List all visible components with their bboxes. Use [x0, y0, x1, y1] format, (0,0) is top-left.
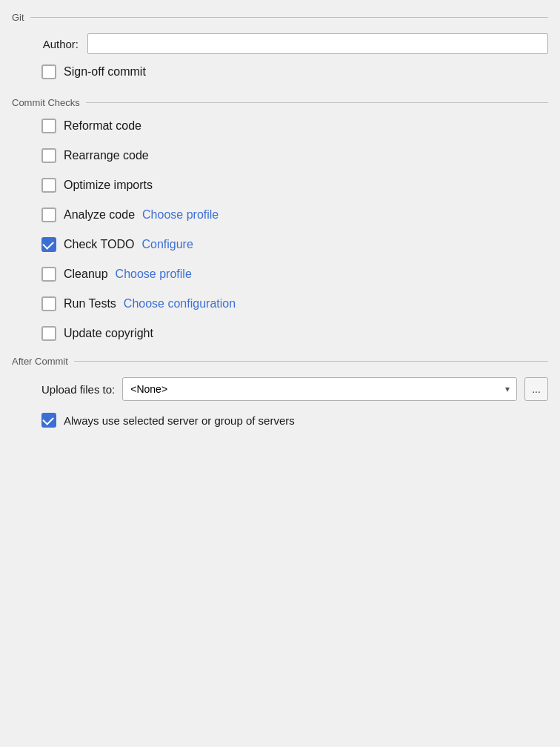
git-section-title: Git: [12, 12, 24, 23]
update-copyright-checkbox[interactable]: [41, 326, 56, 341]
check-item-reformat: Reformat code: [41, 119, 548, 133]
rearrange-checkbox[interactable]: [41, 148, 56, 163]
check-item-update-copyright: Update copyright: [41, 326, 548, 341]
author-input[interactable]: [87, 33, 548, 54]
signoff-label: Sign-off commit: [64, 65, 146, 79]
after-commit-header: After Commit: [12, 356, 548, 367]
check-item-analyze: Analyze code Choose profile: [41, 208, 548, 222]
analyze-label: Analyze code: [64, 208, 135, 222]
run-tests-checkbox[interactable]: [41, 296, 56, 311]
author-row: Author:: [12, 33, 548, 54]
after-commit-section: After Commit Upload files to: <None> ▾ .…: [12, 356, 548, 428]
upload-select[interactable]: <None>: [122, 377, 517, 401]
after-commit-line: [74, 361, 548, 362]
analyze-choose-profile-link[interactable]: Choose profile: [142, 208, 219, 222]
signoff-checkbox[interactable]: [41, 64, 56, 79]
cleanup-checkbox[interactable]: [41, 267, 56, 282]
git-section-header: Git: [12, 12, 548, 23]
author-label: Author:: [41, 38, 79, 50]
check-items-list: Reformat code Rearrange code Optimize im…: [12, 119, 548, 341]
commit-checks-section: Commit Checks Reformat code Rearrange co…: [12, 97, 548, 341]
check-item-check-todo: Check TODO Configure: [41, 237, 548, 252]
reformat-label: Reformat code: [64, 119, 141, 133]
check-todo-configure-link[interactable]: Configure: [141, 238, 193, 251]
run-tests-label: Run Tests: [64, 297, 116, 311]
always-label: Always use selected server or group of s…: [64, 414, 295, 427]
git-section: Git Author: Sign-off commit: [12, 12, 548, 79]
optimize-checkbox[interactable]: [41, 178, 56, 193]
upload-row: Upload files to: <None> ▾ ...: [12, 377, 548, 401]
update-copyright-label: Update copyright: [64, 327, 153, 340]
cleanup-choose-profile-link[interactable]: Choose profile: [116, 268, 192, 281]
analyze-checkbox[interactable]: [41, 208, 56, 222]
optimize-label: Optimize imports: [64, 179, 153, 192]
reformat-checkbox[interactable]: [41, 119, 56, 133]
check-item-optimize: Optimize imports: [41, 178, 548, 193]
run-tests-choose-config-link[interactable]: Choose configuration: [124, 297, 236, 311]
upload-select-wrapper: <None> ▾: [122, 377, 517, 401]
check-todo-checkbox[interactable]: [41, 237, 56, 252]
check-todo-label: Check TODO: [64, 238, 134, 251]
always-checkbox[interactable]: [41, 413, 56, 428]
after-commit-title: After Commit: [12, 356, 68, 367]
upload-label: Upload files to:: [41, 383, 115, 396]
check-item-cleanup: Cleanup Choose profile: [41, 267, 548, 282]
commit-checks-title: Commit Checks: [12, 97, 80, 108]
check-item-rearrange: Rearrange code: [41, 148, 548, 163]
ellipsis-button[interactable]: ...: [524, 377, 548, 401]
commit-checks-header: Commit Checks: [12, 97, 548, 108]
always-row: Always use selected server or group of s…: [12, 413, 548, 428]
git-section-line: [30, 17, 548, 18]
check-item-run-tests: Run Tests Choose configuration: [41, 296, 548, 311]
cleanup-label: Cleanup: [64, 268, 108, 281]
signoff-row: Sign-off commit: [12, 64, 548, 79]
commit-checks-line: [86, 102, 548, 103]
rearrange-label: Rearrange code: [64, 149, 149, 162]
